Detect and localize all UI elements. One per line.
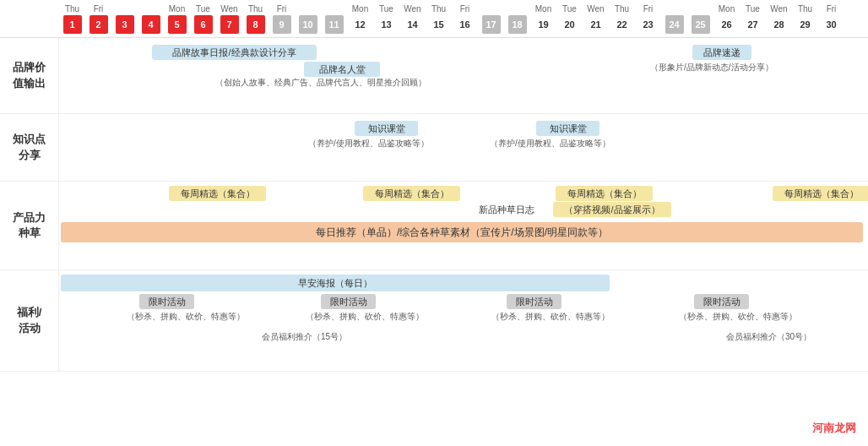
day-cell-19: Mon19 — [530, 3, 556, 34]
day-num-18: 18 — [508, 15, 527, 34]
day-cell-5: Mon5 — [164, 3, 190, 34]
span-block: 知识课堂 — [355, 121, 418, 136]
text-label: 会员福利推介（30号） — [726, 331, 811, 343]
day-name-26: Mon — [719, 3, 735, 15]
content-row-3: 福利/ 活动早安海报（每日）限时活动（秒杀、拼购、砍价、特惠等）限时活动（秒杀、… — [0, 270, 868, 372]
day-cell-23: Fri23 — [635, 3, 661, 34]
day-num-25: 25 — [692, 15, 710, 34]
row-label-0: 品牌价 值输出 — [0, 38, 59, 113]
day-cell-15: Thu15 — [426, 3, 452, 34]
day-name-9: Fri — [277, 3, 287, 15]
row-label-1: 知识点 分享 — [0, 114, 59, 181]
text-label: （秒杀、拼购、砍价、特惠等） — [127, 311, 245, 323]
day-name-30: Fri — [827, 3, 837, 15]
day-name-5: Mon — [169, 3, 185, 15]
span-block: 每周精选（集合） — [556, 186, 653, 201]
span-block: 每周精选（集合） — [169, 186, 266, 201]
day-name-2: Fri — [94, 3, 104, 15]
span-block: 品牌故事日报/经典款设计分享 — [152, 45, 317, 60]
row-content-2: 每周精选（集合）每周精选（集合）每周精选（集合）每周精选（集合）新品种草日志（穿… — [59, 182, 868, 266]
day-name-16: Fri — [460, 3, 470, 15]
content-row-0: 品牌价 值输出品牌故事日报/经典款设计分享品牌名人堂（创始人故事、经典广告、品牌… — [0, 38, 868, 114]
day-name-29: Thu — [798, 3, 812, 15]
day-name-13: Tue — [379, 3, 393, 15]
day-cell-1: Thu1 — [59, 3, 85, 34]
day-num-28: 28 — [770, 15, 789, 34]
text-label: （养护/使用教程、品鉴攻略等） — [490, 138, 610, 150]
day-cell-17: 17 — [478, 3, 504, 34]
day-cell-18: 18 — [504, 3, 530, 34]
day-num-5: 5 — [168, 15, 187, 34]
day-cell-8: Thu8 — [242, 3, 269, 34]
day-cell-29: Thu29 — [792, 3, 818, 34]
day-num-13: 13 — [377, 15, 396, 34]
day-num-21: 21 — [587, 15, 605, 34]
day-cell-9: Fri9 — [269, 3, 295, 34]
day-cell-14: Wen14 — [399, 3, 426, 34]
calendar-days: Thu1Fri234Mon5Tue6Wen7Thu8Fri91011Mon12T… — [59, 3, 868, 34]
day-name-22: Thu — [615, 3, 629, 15]
day-cell-2: Fri2 — [85, 3, 111, 34]
text-label: 新品种草日志 — [479, 204, 534, 216]
main-container: Thu1Fri234Mon5Tue6Wen7Thu8Fri91011Mon12T… — [0, 0, 868, 372]
content-rows: 品牌价 值输出品牌故事日报/经典款设计分享品牌名人堂（创始人故事、经典广告、品牌… — [0, 38, 868, 372]
day-cell-27: Tue27 — [740, 3, 766, 34]
day-cell-6: Tue6 — [190, 3, 216, 34]
day-num-24: 24 — [665, 15, 684, 34]
text-label: （养护/使用教程、品鉴攻略等） — [308, 138, 429, 150]
day-num-20: 20 — [561, 15, 579, 34]
row-label-3: 福利/ 活动 — [0, 270, 59, 371]
day-num-29: 29 — [796, 15, 815, 34]
span-block: 每周精选（集合） — [363, 186, 460, 201]
span-block: （穿搭视频/品鉴展示） — [553, 202, 671, 217]
span-block: 限时活动 — [321, 294, 376, 309]
day-cell-28: Wen28 — [766, 3, 792, 34]
day-num-19: 19 — [534, 15, 553, 34]
span-block: 限时活动 — [694, 294, 749, 309]
day-cell-12: Mon12 — [347, 3, 373, 34]
day-name-8: Thu — [248, 3, 263, 15]
day-num-23: 23 — [639, 15, 658, 34]
day-num-12: 12 — [351, 15, 370, 34]
text-label: 会员福利推介（15号） — [262, 331, 347, 343]
day-num-22: 22 — [613, 15, 632, 34]
day-cell-7: Wen7 — [216, 3, 242, 34]
day-cell-21: Wen21 — [583, 3, 609, 34]
span-block: 品牌名人堂 — [304, 62, 380, 77]
day-num-14: 14 — [404, 15, 422, 34]
row-label-2: 产品力 种草 — [0, 182, 59, 269]
day-num-8: 8 — [247, 15, 265, 34]
day-num-10: 10 — [299, 15, 317, 34]
day-num-9: 9 — [273, 15, 291, 34]
day-name-19: Mon — [535, 3, 551, 15]
row-content-3: 早安海报（每日）限时活动（秒杀、拼购、砍价、特惠等）限时活动（秒杀、拼购、砍价、… — [59, 270, 868, 367]
day-num-1: 1 — [63, 15, 82, 34]
day-name-15: Thu — [431, 3, 446, 15]
day-num-4: 4 — [142, 15, 160, 34]
day-num-7: 7 — [220, 15, 239, 34]
morning-poster-bar: 早安海报（每日） — [61, 275, 610, 291]
day-cell-30: Fri30 — [818, 3, 844, 34]
day-name-14: Wen — [404, 3, 420, 15]
day-name-21: Wen — [587, 3, 604, 15]
day-cell-3: 3 — [111, 3, 138, 34]
day-num-2: 2 — [90, 15, 108, 34]
text-label: （秒杀、拼购、砍价、特惠等） — [491, 311, 610, 323]
day-name-12: Mon — [352, 3, 368, 15]
span-block: 限时活动 — [139, 294, 194, 309]
day-name-27: Tue — [746, 3, 760, 15]
day-cell-24: 24 — [661, 3, 687, 34]
day-num-16: 16 — [456, 15, 475, 34]
day-cell-13: Tue13 — [373, 3, 399, 34]
span-block: 品牌速递 — [692, 45, 751, 60]
text-label: （创始人故事、经典广告、品牌代言人、明星推介回顾） — [215, 77, 426, 89]
day-cell-11: 11 — [321, 3, 347, 34]
day-cell-16: Fri16 — [452, 3, 478, 34]
day-name-23: Fri — [643, 3, 654, 15]
span-block: 知识课堂 — [536, 121, 599, 136]
content-row-2: 产品力 种草每周精选（集合）每周精选（集合）每周精选（集合）每周精选（集合）新品… — [0, 182, 868, 270]
text-label: （秒杀、拼购、砍价、特惠等） — [679, 311, 797, 323]
row-content-0: 品牌故事日报/经典款设计分享品牌名人堂（创始人故事、经典广告、品牌代言人、明星推… — [59, 38, 868, 110]
day-num-26: 26 — [718, 15, 736, 34]
content-row-1: 知识点 分享知识课堂（养护/使用教程、品鉴攻略等）知识课堂（养护/使用教程、品鉴… — [0, 114, 868, 182]
